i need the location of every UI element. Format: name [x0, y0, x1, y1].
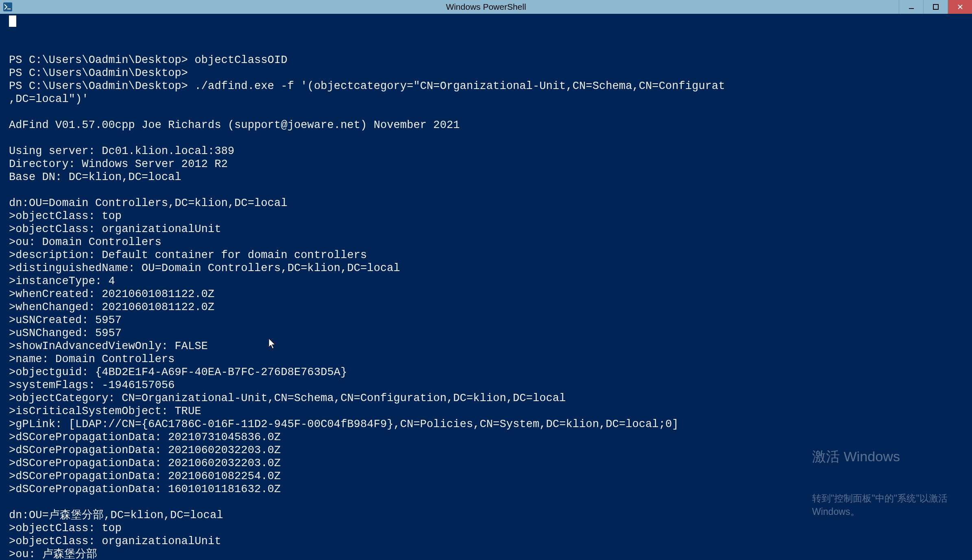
terminal-line: Directory: Windows Server 2012 R2 [0, 158, 972, 171]
terminal-line: >objectClass: top [0, 210, 972, 223]
terminal-line: >instanceType: 4 [0, 275, 972, 288]
terminal-line: >ou: Domain Controllers [0, 236, 972, 249]
windows-activation-watermark: 激活 Windows 转到"控制面板"中的"系统"以激活 Windows。 [812, 423, 948, 544]
terminal-line: >distinguishedName: OU=Domain Controller… [0, 262, 972, 275]
terminal-line: >ou: 卢森堡分部 [0, 548, 972, 560]
svg-rect-2 [933, 4, 938, 9]
maximize-button[interactable] [923, 0, 948, 14]
terminal-cursor [9, 15, 16, 27]
terminal-line: >uSNChanged: 5957 [0, 327, 972, 340]
window-controls [899, 0, 972, 14]
terminal-line [0, 132, 972, 145]
window-titlebar[interactable]: Windows PowerShell [0, 0, 972, 14]
terminal-line: Using server: Dc01.klion.local:389 [0, 145, 972, 158]
terminal-line: >description: Default container for doma… [0, 249, 972, 262]
terminal-line: >whenChanged: 20210601081122.0Z [0, 301, 972, 314]
terminal-line: >objectCategory: CN=Organizational-Unit,… [0, 392, 972, 405]
powershell-window: Windows PowerShell PS C:\Users\Oadmin\De… [0, 0, 972, 560]
window-title: Windows PowerShell [446, 2, 526, 12]
terminal-line: ,DC=local")' [0, 93, 972, 106]
terminal-line: >objectguid: {4BD2E1F4-A69F-40EA-B7FC-27… [0, 366, 972, 379]
terminal-line: PS C:\Users\Oadmin\Desktop> ./adfind.exe… [0, 80, 972, 93]
terminal-line: Base DN: DC=klion,DC=local [0, 171, 972, 184]
watermark-subtitle: 转到"控制面板"中的"系统"以激活 Windows。 [812, 492, 948, 518]
terminal-line: PS C:\Users\Oadmin\Desktop> objectClassO… [0, 54, 972, 67]
terminal-line: >isCriticalSystemObject: TRUE [0, 405, 972, 418]
terminal-line [0, 106, 972, 119]
watermark-title: 激活 Windows [812, 449, 948, 465]
terminal-line: PS C:\Users\Oadmin\Desktop> [0, 67, 972, 80]
minimize-button[interactable] [899, 0, 923, 14]
terminal-line: >uSNCreated: 5957 [0, 314, 972, 327]
close-button[interactable] [948, 0, 972, 14]
terminal-line: dn:OU=Domain Controllers,DC=klion,DC=loc… [0, 197, 972, 210]
terminal-line: >objectClass: organizationalUnit [0, 223, 972, 236]
terminal-line [0, 184, 972, 197]
powershell-icon [3, 2, 12, 11]
terminal-output[interactable]: PS C:\Users\Oadmin\Desktop> objectClassO… [0, 14, 972, 560]
terminal-line: >showInAdvancedViewOnly: FALSE [0, 340, 972, 353]
terminal-line: AdFind V01.57.00cpp Joe Richards (suppor… [0, 119, 972, 132]
terminal-line: >name: Domain Controllers [0, 353, 972, 366]
terminal-line: >systemFlags: -1946157056 [0, 379, 972, 392]
terminal-line: >whenCreated: 20210601081122.0Z [0, 288, 972, 301]
